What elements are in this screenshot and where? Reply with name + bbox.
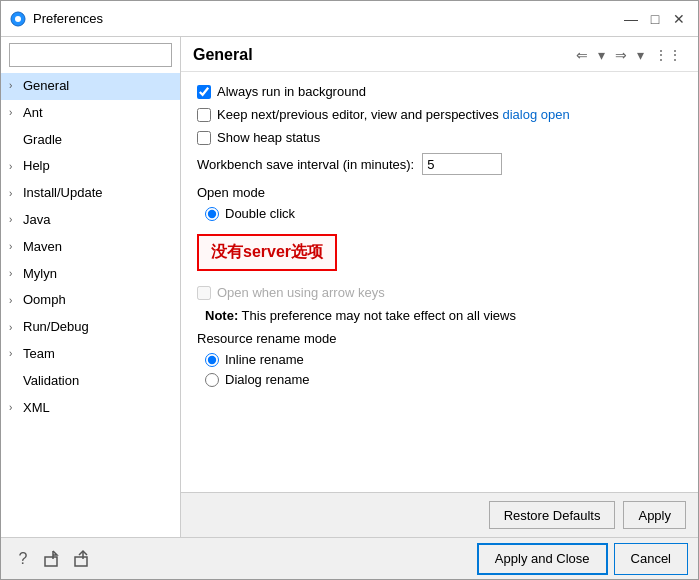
help-icon[interactable]: ? (11, 547, 35, 571)
nav-buttons: ⇐ ▾ ⇒ ▾ ⋮⋮ (572, 45, 686, 65)
sidebar-item-mylyn[interactable]: › Mylyn (1, 261, 180, 288)
keep-editor-checkbox[interactable] (197, 108, 211, 122)
show-heap-label: Show heap status (217, 130, 320, 145)
arrow-icon: › (9, 266, 19, 282)
double-click-row: Double click (197, 206, 682, 221)
inline-rename-row: Inline rename (197, 352, 682, 367)
content-area: › General › Ant Gradle › Help › Install/… (1, 37, 698, 537)
workbench-label: Workbench save interval (in minutes): (197, 157, 414, 172)
main-panel: General ⇐ ▾ ⇒ ▾ ⋮⋮ Always run in backgro… (181, 37, 698, 537)
svg-rect-2 (45, 557, 57, 566)
app-icon (9, 10, 27, 28)
sidebar-item-label: Java (23, 210, 50, 231)
cancel-button[interactable]: Cancel (614, 543, 688, 575)
apply-button[interactable]: Apply (623, 501, 686, 529)
main-header: General ⇐ ▾ ⇒ ▾ ⋮⋮ (181, 37, 698, 72)
highlight-text: 没有server选项 (211, 243, 323, 260)
apply-close-button[interactable]: Apply and Close (477, 543, 608, 575)
workbench-interval-row: Workbench save interval (in minutes): (197, 153, 682, 175)
sidebar-search-input[interactable] (9, 43, 172, 67)
arrow-icon: › (9, 212, 19, 228)
note-row: Note: This preference may not take effec… (197, 308, 682, 323)
sidebar-item-xml[interactable]: › XML (1, 395, 180, 422)
more-menu-button[interactable]: ⋮⋮ (650, 45, 686, 65)
sidebar-item-label: Run/Debug (23, 317, 89, 338)
show-heap-row: Show heap status (197, 130, 682, 145)
open-mode-title: Open mode (197, 185, 682, 200)
sidebar-item-label: Ant (23, 103, 43, 124)
highlight-box: 没有server选项 (197, 234, 337, 271)
keep-editor-row: Keep next/previous editor, view and pers… (197, 107, 682, 122)
double-click-label: Double click (225, 206, 295, 221)
bottom-panel: Restore Defaults Apply (181, 492, 698, 537)
minimize-button[interactable]: — (620, 8, 642, 30)
preferences-window: Preferences — □ ✕ › General › Ant Gradle (0, 0, 699, 580)
sidebar-item-gradle[interactable]: Gradle (1, 127, 180, 154)
footer-icons: ? (11, 547, 95, 571)
arrow-icon: › (9, 159, 19, 175)
arrow-icon: › (9, 400, 19, 416)
sidebar-item-run-debug[interactable]: › Run/Debug (1, 314, 180, 341)
export-icon[interactable] (41, 547, 65, 571)
dialog-open-link[interactable]: dialog open (502, 107, 569, 122)
sidebar-item-label: Mylyn (23, 264, 57, 285)
sidebar-item-general[interactable]: › General (1, 73, 180, 100)
main-content: Always run in background Keep next/previ… (181, 72, 698, 492)
workbench-interval-input[interactable] (422, 153, 502, 175)
double-click-radio[interactable] (205, 207, 219, 221)
note-text: This preference may not take effect on a… (242, 308, 516, 323)
sidebar-item-label: Help (23, 156, 50, 177)
arrow-icon: › (9, 186, 19, 202)
arrow-icon: › (9, 239, 19, 255)
sidebar-item-java[interactable]: › Java (1, 207, 180, 234)
sidebar-item-help[interactable]: › Help (1, 153, 180, 180)
footer-bar: ? Apply and Close Cancel (1, 537, 698, 579)
window-controls: — □ ✕ (620, 8, 690, 30)
open-arrow-keys-label: Open when using arrow keys (217, 285, 385, 300)
sidebar-item-label: Install/Update (23, 183, 103, 204)
resource-rename-title: Resource rename mode (197, 331, 682, 346)
sidebar-item-label: Team (23, 344, 55, 365)
arrow-icon: › (9, 293, 19, 309)
sidebar-item-label: XML (23, 398, 50, 419)
sidebar-item-maven[interactable]: › Maven (1, 234, 180, 261)
sidebar-item-label: Gradle (23, 130, 62, 151)
svg-rect-4 (75, 557, 87, 566)
maximize-button[interactable]: □ (644, 8, 666, 30)
footer-buttons: Apply and Close Cancel (477, 543, 688, 575)
back-button[interactable]: ⇐ (572, 45, 592, 65)
inline-rename-radio[interactable] (205, 353, 219, 367)
always-run-background-row: Always run in background (197, 84, 682, 99)
back-dropdown-button[interactable]: ▾ (594, 45, 609, 65)
sidebar-item-label: Maven (23, 237, 62, 258)
close-button[interactable]: ✕ (668, 8, 690, 30)
forward-dropdown-button[interactable]: ▾ (633, 45, 648, 65)
sidebar: › General › Ant Gradle › Help › Install/… (1, 37, 181, 537)
show-heap-checkbox[interactable] (197, 131, 211, 145)
window-title: Preferences (33, 11, 620, 26)
sidebar-item-label: Validation (23, 371, 79, 392)
open-arrow-keys-checkbox[interactable] (197, 286, 211, 300)
sidebar-item-ant[interactable]: › Ant (1, 100, 180, 127)
panel-title: General (193, 46, 253, 64)
dialog-rename-row: Dialog rename (197, 372, 682, 387)
sidebar-item-label: Oomph (23, 290, 66, 311)
sidebar-item-validation[interactable]: Validation (1, 368, 180, 395)
sidebar-item-oomph[interactable]: › Oomph (1, 287, 180, 314)
arrow-icon: › (9, 78, 19, 94)
always-run-background-checkbox[interactable] (197, 85, 211, 99)
import-icon[interactable] (71, 547, 95, 571)
note-label: Note: (205, 308, 238, 323)
dialog-rename-radio[interactable] (205, 373, 219, 387)
sidebar-tree: › General › Ant Gradle › Help › Install/… (1, 73, 180, 537)
arrow-icon: › (9, 346, 19, 362)
title-bar: Preferences — □ ✕ (1, 1, 698, 37)
always-run-background-label: Always run in background (217, 84, 366, 99)
sidebar-item-label: General (23, 76, 69, 97)
sidebar-item-install-update[interactable]: › Install/Update (1, 180, 180, 207)
forward-button[interactable]: ⇒ (611, 45, 631, 65)
svg-point-1 (15, 16, 21, 22)
keep-editor-label: Keep next/previous editor, view and pers… (217, 107, 570, 122)
restore-defaults-button[interactable]: Restore Defaults (489, 501, 616, 529)
sidebar-item-team[interactable]: › Team (1, 341, 180, 368)
